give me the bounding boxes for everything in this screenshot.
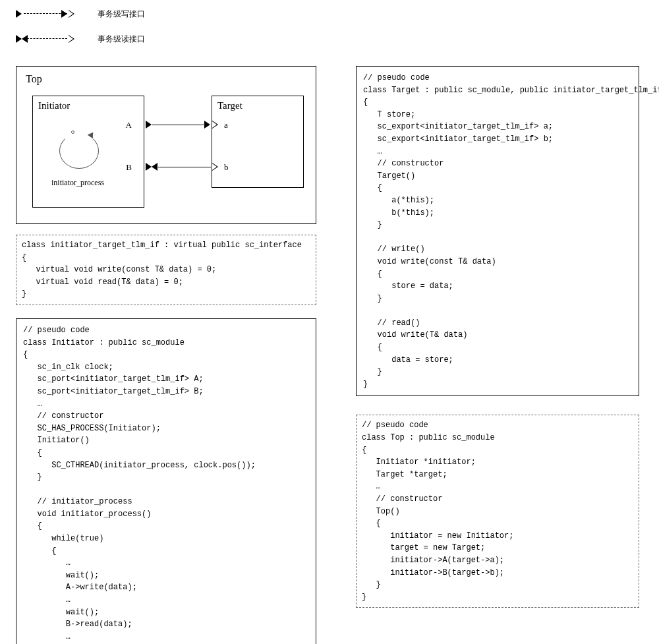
- legend-read-label: 事务级读接口: [98, 34, 145, 45]
- legend-write-label: 事务级写接口: [98, 9, 145, 20]
- legend-read: 事务级读接口: [16, 34, 643, 44]
- loop-start-dot-icon: [71, 131, 74, 134]
- port-B-in-icon: [152, 163, 158, 171]
- port-label-B: B: [126, 162, 132, 173]
- arrow-into-a-icon: [204, 121, 210, 129]
- read-interface-icon: [16, 34, 75, 44]
- port-A-icon: [146, 121, 152, 129]
- port-a-icon: [213, 125, 219, 132]
- connection-B-b: [158, 167, 211, 167]
- interface-code: class initiator_target_tlm_if : virtual …: [16, 235, 316, 305]
- initiator-title: Initiator: [38, 100, 70, 111]
- port-label-a: a: [224, 120, 228, 131]
- top-class-code: // pseudo code class Top : public sc_mod…: [356, 415, 639, 608]
- port-B-out-icon: [146, 163, 152, 171]
- target-code: // pseudo code class Target : public sc_…: [356, 66, 639, 396]
- target-box: Target a b: [212, 96, 304, 188]
- port-b-icon: [213, 167, 219, 175]
- connection-A-a: [152, 125, 205, 125]
- top-title: Top: [26, 73, 42, 85]
- write-interface-icon: [16, 9, 75, 18]
- port-label-b: b: [224, 162, 229, 173]
- initiator-box: Initiator initiator_process A B: [32, 96, 144, 208]
- top-diagram: Top Initiator initiator_process A B Targ…: [16, 66, 316, 224]
- initiator-process-label: initiator_process: [51, 178, 104, 188]
- process-loop-icon: [59, 133, 99, 169]
- initiator-code: // pseudo code class Initiator : public …: [16, 318, 316, 644]
- target-title: Target: [217, 100, 243, 111]
- port-label-A: A: [126, 120, 132, 131]
- legend-write: 事务级写接口: [16, 9, 643, 18]
